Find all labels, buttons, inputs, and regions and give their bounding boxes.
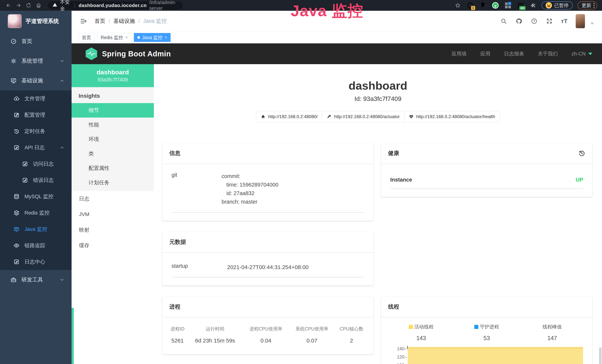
instance-header[interactable]: dashboard 93a3fc7f7409 bbox=[72, 64, 154, 87]
extension-grid-icon[interactable] bbox=[504, 1, 512, 9]
sidebar-item-log-center[interactable]: 日志中心 bbox=[0, 254, 72, 270]
insights-section-label: Insights bbox=[72, 87, 154, 103]
sidebar-item-api-log[interactable]: API 日志 bbox=[0, 139, 72, 156]
forward-icon[interactable] bbox=[15, 2, 22, 9]
close-icon[interactable]: × bbox=[165, 35, 167, 40]
sba-brand-title[interactable]: Spring Boot Admin bbox=[102, 50, 171, 58]
help-icon[interactable]: ? bbox=[531, 18, 538, 25]
close-icon[interactable]: × bbox=[125, 35, 128, 40]
instance-id: 93a3fc7f7409 bbox=[97, 77, 128, 83]
menu-item-caches[interactable]: 缓存 bbox=[72, 238, 154, 253]
tab-redis-monitor[interactable]: Redis 监控 × bbox=[97, 33, 131, 42]
menu-item-scheduled-tasks[interactable]: 计划任务 bbox=[72, 175, 154, 190]
omnibox-divider: | bbox=[73, 2, 76, 8]
sidebar-item-tracing[interactable]: 链路追踪 bbox=[0, 237, 72, 254]
actuator-url-button[interactable]: http://192.168.0.2:48080/actuator bbox=[322, 111, 404, 122]
threads-chart: 140 120 100 bbox=[388, 346, 585, 364]
history-icon[interactable] bbox=[578, 150, 585, 157]
sba-header: Spring Boot Admin 应用墙 应用 日志报表 关于我们 zh-CN bbox=[72, 43, 602, 64]
status-badge: UP bbox=[576, 177, 583, 183]
sidebar-item-error-log[interactable]: 错误日志 bbox=[0, 172, 72, 188]
page-subtitle: Id: 93a3fc7f7409 bbox=[154, 95, 602, 102]
extensions-puzzle-icon[interactable] bbox=[529, 2, 537, 9]
health-row-instance[interactable]: Instance UP bbox=[390, 172, 583, 189]
live-threads-swatch bbox=[409, 325, 413, 329]
app-logo-row[interactable]: 芋道管理系统 bbox=[0, 11, 72, 32]
gear-icon bbox=[10, 58, 17, 64]
sidebar-item-mysql-monitor[interactable]: MySQL 监控 bbox=[0, 188, 72, 205]
sidebar-item-home[interactable]: 首页 bbox=[0, 32, 72, 51]
menu-item-mappings[interactable]: 映射 bbox=[72, 222, 154, 238]
github-icon[interactable] bbox=[516, 18, 522, 25]
sba-instance-sidebar: dashboard 93a3fc7f7409 Insights 细节 性能 环境… bbox=[72, 64, 154, 364]
sidebar-item-file-manage[interactable]: 文件管理 bbox=[0, 90, 72, 107]
log-edit-icon bbox=[13, 144, 20, 151]
reload-icon[interactable] bbox=[25, 2, 32, 9]
user-avatar[interactable] bbox=[576, 14, 585, 28]
database-icon bbox=[13, 193, 20, 200]
back-icon[interactable] bbox=[5, 2, 12, 9]
threads-card: 线程 活动线程 143 守护进程 53 线程峰值 147 bbox=[381, 297, 592, 364]
sidebar-item-access-log[interactable]: 访问日志 bbox=[0, 156, 72, 172]
sba-nav-applications[interactable]: 应用 bbox=[480, 50, 490, 57]
insecure-warning-icon[interactable] bbox=[52, 2, 57, 9]
health-url-button[interactable]: http://192.168.0.2:48080/actuator/health bbox=[404, 111, 500, 122]
profile-paused-pill[interactable]: 已暂停 bbox=[542, 1, 573, 10]
log-edit-icon bbox=[22, 177, 28, 183]
menu-item-environment[interactable]: 环境 bbox=[72, 132, 154, 147]
menu-item-classes[interactable]: 类 bbox=[72, 147, 154, 161]
fullscreen-icon[interactable] bbox=[546, 18, 553, 25]
sidebar-item-config-manage[interactable]: 配置管理 bbox=[0, 107, 72, 123]
browser-menu-icon[interactable] bbox=[593, 3, 595, 8]
menu-item-config-props[interactable]: 配置属性 bbox=[72, 161, 154, 175]
update-button[interactable]: 更新 bbox=[578, 1, 597, 10]
avatar-caret-icon[interactable] bbox=[591, 23, 594, 25]
sidebar-item-infra[interactable]: 基础设施 bbox=[0, 71, 72, 90]
sidebar-collapse-icon[interactable] bbox=[80, 17, 87, 25]
menu-item-jvm[interactable]: JVM bbox=[72, 207, 154, 222]
process-values-row: 5261 6d 23h 15m 59s 0.04 0.07 2 bbox=[168, 337, 368, 346]
home-icon bbox=[261, 114, 266, 119]
service-url-button[interactable]: http://192.168.0.2:48080/ bbox=[256, 111, 322, 122]
threads-area-series bbox=[408, 347, 583, 364]
admin-sidebar: 芋道管理系统 首页 系统管理 基础设施 文件管理 配置管理 bbox=[0, 11, 72, 364]
wrench-icon bbox=[327, 114, 332, 119]
active-tab-dot bbox=[137, 36, 140, 39]
sidebar-item-dev-tools[interactable]: 研发工具 bbox=[0, 270, 72, 290]
home-icon[interactable] bbox=[35, 2, 42, 9]
layers-icon bbox=[13, 210, 20, 216]
tab-home[interactable]: 首页 bbox=[78, 33, 95, 42]
extension-dark-icon[interactable]: on bbox=[517, 1, 525, 9]
process-table: 进程ID 运行时间 进程CPU使用率 系统CPU使用率 CPU核心数 5261 … bbox=[168, 326, 368, 346]
briefcase-icon bbox=[10, 277, 17, 283]
page-scrollbar-thumb[interactable] bbox=[599, 347, 602, 364]
sba-logo-icon[interactable] bbox=[86, 47, 97, 60]
bookmark-star-icon[interactable] bbox=[454, 2, 462, 9]
menu-item-logs[interactable]: 日志 bbox=[72, 191, 154, 207]
sba-nav-about[interactable]: 关于我们 bbox=[538, 50, 558, 57]
sba-locale-select[interactable]: zh-CN bbox=[571, 51, 592, 57]
font-size-icon[interactable]: тT bbox=[561, 18, 568, 25]
tab-java-monitor[interactable]: Java 监控 × bbox=[134, 33, 171, 42]
address-bar[interactable]: 不安全 | dashboard.yudao.iocoder.cn/infra/a… bbox=[48, 1, 183, 10]
menu-item-metrics[interactable]: 性能 bbox=[72, 118, 154, 132]
sba-nav-journal[interactable]: 日志报表 bbox=[504, 50, 524, 57]
breadcrumb-infra[interactable]: 基础设施 bbox=[113, 17, 135, 25]
search-icon[interactable] bbox=[500, 18, 507, 25]
extension-orange-icon[interactable]: 1 bbox=[466, 1, 474, 9]
svg-text:y: y bbox=[494, 3, 496, 8]
sidebar-item-scheduled-jobs[interactable]: 定时任务 bbox=[0, 123, 72, 139]
extension-y-icon[interactable]: y bbox=[492, 1, 499, 9]
annotation-java-monitor: Java 监控 bbox=[291, 0, 363, 21]
sidebar-item-redis-monitor[interactable]: Redis 监控 bbox=[0, 205, 72, 221]
menu-item-details[interactable]: 细节 bbox=[72, 103, 154, 118]
sba-nav-wallboard[interactable]: 应用墙 bbox=[452, 50, 466, 57]
y-tick-140: 140 bbox=[394, 346, 404, 351]
sidebar-item-java-monitor[interactable]: Java 监控 bbox=[0, 221, 72, 237]
extension-count-badge: 1 bbox=[471, 6, 475, 10]
extension-pin-icon[interactable] bbox=[479, 1, 487, 9]
sidebar-item-system[interactable]: 系统管理 bbox=[0, 51, 72, 71]
edit-icon bbox=[13, 112, 20, 118]
info-card-title: 信息 bbox=[169, 150, 180, 157]
breadcrumb-home[interactable]: 首页 bbox=[95, 17, 105, 25]
